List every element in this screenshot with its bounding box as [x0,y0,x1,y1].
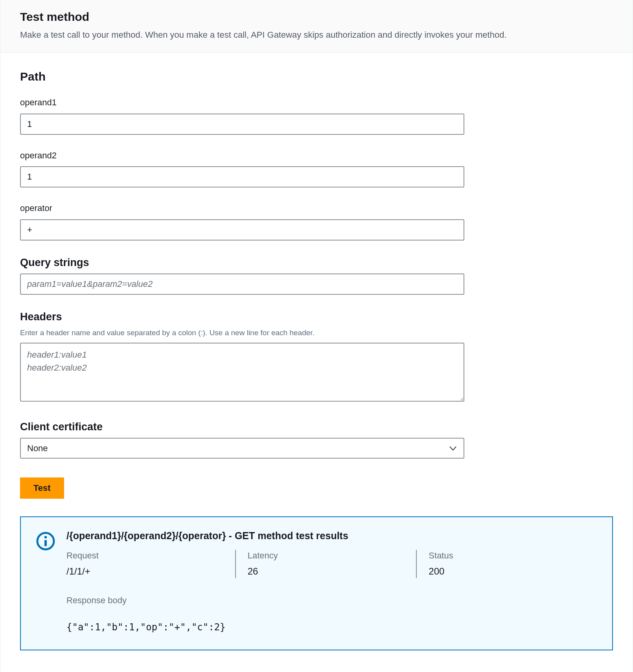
status-value: 200 [429,565,585,578]
operand2-label: operand2 [20,150,613,162]
client-certificate-select[interactable]: None [20,438,464,459]
results-grid: Request /1/1/+ Latency 26 Status 200 [66,550,597,578]
page-description: Make a test call to your method. When yo… [20,29,613,41]
headers-hint: Enter a header name and value separated … [20,328,613,338]
results-title: /{operand1}/{operand2}/{operator} - GET … [66,529,597,543]
page-container: Test method Make a test call to your met… [0,0,633,672]
header-section: Test method Make a test call to your met… [0,0,633,53]
path-heading: Path [20,68,613,85]
operator-input[interactable] [20,219,464,241]
page-title: Test method [20,9,613,25]
status-label: Status [429,550,585,562]
client-certificate-select-wrap: None [20,438,464,459]
request-label: Request [66,550,223,562]
info-icon [36,531,55,551]
path-field-operand2: operand2 [20,150,613,188]
query-strings-input[interactable] [20,274,464,295]
query-strings-heading: Query strings [20,255,613,270]
response-body-value: {"a":1,"b":1,"op":"+","c":2} [66,621,597,634]
results-content: /{operand1}/{operand2}/{operator} - GET … [66,529,597,634]
test-results-box: /{operand1}/{operand2}/{operator} - GET … [20,516,613,651]
operand1-input[interactable] [20,114,464,135]
path-field-operator: operator [20,202,613,241]
response-body-label: Response body [66,595,597,607]
test-button[interactable]: Test [20,477,64,499]
operand2-input[interactable] [20,166,464,187]
operand1-label: operand1 [20,97,613,109]
body-section: Path operand1 operand2 operator Query st… [0,53,633,663]
latency-value: 26 [248,565,405,578]
results-col-latency: Latency 26 [235,550,416,578]
client-certificate-heading: Client certificate [20,420,613,435]
path-field-operand1: operand1 [20,97,613,135]
operator-label: operator [20,202,613,215]
headers-input[interactable] [20,343,464,402]
latency-label: Latency [248,550,405,562]
headers-heading: Headers [20,310,613,325]
request-value: /1/1/+ [66,565,223,578]
client-certificate-field: Client certificate None [20,420,613,459]
results-col-status: Status 200 [416,550,597,578]
headers-field: Headers Enter a header name and value se… [20,310,613,405]
query-strings-field: Query strings [20,255,613,295]
svg-point-1 [44,536,47,538]
svg-rect-2 [44,540,47,546]
results-col-request: Request /1/1/+ [66,550,235,578]
